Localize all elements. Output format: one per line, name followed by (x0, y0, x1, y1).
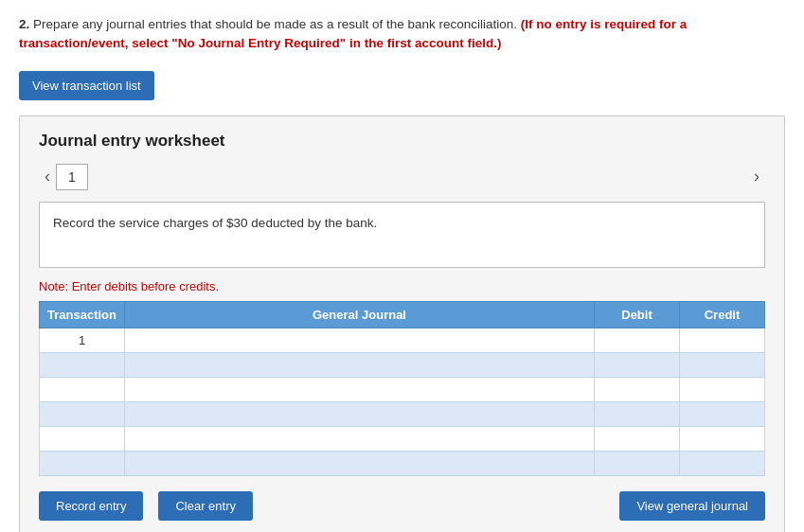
credit-input[interactable] (680, 328, 764, 352)
table-row (40, 401, 765, 426)
credit-cell[interactable] (680, 451, 765, 475)
table-row: 1 (40, 328, 765, 352)
credit-cell[interactable] (680, 426, 765, 451)
instruction-number: 2. (19, 17, 29, 31)
debit-cell[interactable] (595, 352, 680, 377)
transaction-cell: 1 (40, 328, 125, 352)
page-number: 1 (68, 169, 76, 185)
credit-cell[interactable] (680, 401, 765, 426)
debit-input[interactable] (595, 328, 679, 352)
credit-cell[interactable] (680, 328, 765, 352)
general-journal-input[interactable] (125, 452, 594, 475)
col-header-transaction: Transaction (40, 301, 125, 328)
table-header-row: Transaction General Journal Debit Credit (40, 301, 765, 328)
debit-input[interactable] (595, 378, 679, 401)
view-transaction-button[interactable]: View transaction list (19, 71, 154, 100)
general-journal-cell[interactable] (125, 328, 595, 352)
table-row (40, 451, 765, 475)
record-entry-button[interactable]: Record entry (39, 491, 143, 521)
transaction-cell (40, 401, 125, 426)
debit-input[interactable] (595, 452, 679, 475)
general-journal-cell[interactable] (125, 426, 595, 451)
view-general-journal-button[interactable]: View general journal (619, 491, 765, 521)
general-journal-cell[interactable] (125, 401, 595, 426)
bottom-buttons: Record entry Clear entry View general jo… (39, 491, 765, 521)
general-journal-input[interactable] (125, 353, 594, 377)
debit-input[interactable] (595, 427, 679, 451)
credit-cell[interactable] (680, 352, 765, 377)
transaction-cell (40, 377, 125, 401)
table-row (40, 426, 765, 451)
col-header-credit: Credit (680, 301, 765, 328)
instruction: 2. Prepare any journal entries that shou… (19, 15, 785, 54)
credit-cell[interactable] (680, 377, 765, 401)
col-header-journal: General Journal (125, 301, 595, 328)
debit-cell[interactable] (595, 401, 680, 426)
general-journal-cell[interactable] (125, 451, 595, 475)
journal-table: Transaction General Journal Debit Credit… (39, 301, 765, 476)
general-journal-cell[interactable] (125, 352, 595, 377)
debit-cell[interactable] (595, 426, 680, 451)
worksheet-title: Journal entry worksheet (39, 132, 765, 151)
credit-input[interactable] (680, 378, 764, 401)
debit-input[interactable] (595, 353, 679, 377)
description-box: Record the service charges of $30 deduct… (39, 202, 765, 268)
general-journal-input[interactable] (125, 328, 594, 352)
general-journal-input[interactable] (125, 402, 594, 426)
debit-cell[interactable] (595, 377, 680, 401)
credit-input[interactable] (680, 427, 764, 451)
next-page-button[interactable]: › (748, 165, 765, 188)
worksheet-container: Journal entry worksheet ‹ 1 › Record the… (19, 115, 785, 533)
transaction-cell (40, 426, 125, 451)
general-journal-cell[interactable] (125, 377, 595, 401)
debit-input[interactable] (595, 402, 679, 426)
general-journal-input[interactable] (125, 378, 594, 401)
nav-row: ‹ 1 › (39, 164, 765, 190)
table-row (40, 377, 765, 401)
credit-input[interactable] (680, 452, 764, 475)
debit-cell[interactable] (595, 451, 680, 475)
transaction-cell (40, 451, 125, 475)
transaction-cell (40, 352, 125, 377)
clear-entry-button[interactable]: Clear entry (158, 491, 253, 521)
credit-input[interactable] (680, 402, 764, 426)
prev-page-button[interactable]: ‹ (39, 165, 56, 188)
description-text: Record the service charges of $30 deduct… (53, 216, 377, 230)
debit-cell[interactable] (595, 328, 680, 352)
general-journal-input[interactable] (125, 427, 594, 451)
page-number-box: 1 (56, 164, 88, 190)
instruction-text: Prepare any journal entries that should … (33, 17, 521, 31)
col-header-debit: Debit (595, 301, 680, 328)
table-row (40, 352, 765, 377)
debit-credit-note: Note: Enter debits before credits. (39, 279, 765, 293)
credit-input[interactable] (680, 353, 764, 377)
